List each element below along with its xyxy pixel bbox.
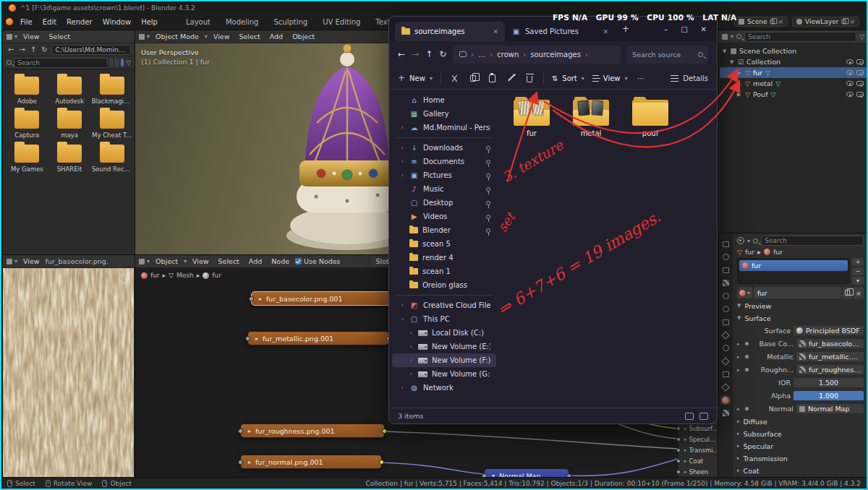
editor-type-icon[interactable] bbox=[139, 34, 145, 40]
filter-funnel-icon[interactable]: ▽ bbox=[859, 33, 864, 40]
row-object-metal[interactable]: ▶▽ metal ▽ bbox=[720, 78, 867, 89]
details-button[interactable]: Details bbox=[671, 74, 708, 82]
sidebar-item-creative-cloud[interactable]: ›◩Creative Cloud Files Personal Ac bbox=[392, 298, 496, 312]
sidebar-item-new-volume-f[interactable]: ›New Volume (F:) bbox=[392, 353, 496, 367]
close-window-icon[interactable]: ✕ bbox=[701, 25, 707, 33]
img-menu-view[interactable]: View bbox=[20, 257, 43, 265]
delete-icon[interactable] bbox=[524, 73, 535, 84]
tab-particles-icon[interactable] bbox=[720, 343, 731, 353]
fb-folder-my-games[interactable]: My Games bbox=[6, 145, 48, 173]
ior-slider[interactable]: 1.500 bbox=[793, 378, 864, 387]
fb-folder-blackmagic[interactable]: Blackmagic ... bbox=[90, 77, 133, 105]
image-editor[interactable]: ▾ View fur_basecolor.png. bbox=[3, 254, 135, 478]
remove-slot-button[interactable]: − bbox=[852, 267, 864, 275]
file-explorer-window[interactable]: sourceimages ✕ ▣ Saved Pictures ✕ + – □ … bbox=[388, 16, 718, 424]
row-scene-collection[interactable]: ▼ Scene Collection bbox=[720, 46, 867, 56]
up-icon[interactable]: ↑ bbox=[425, 49, 433, 59]
fb-folder-autodesk[interactable]: Autodesk bbox=[48, 77, 91, 105]
tab-viewlayer-icon[interactable] bbox=[720, 278, 731, 288]
folder-tile-fur[interactable]: fur bbox=[508, 97, 556, 137]
display-horizontal-list-icon[interactable] bbox=[115, 59, 118, 66]
address-bar[interactable]: › … › crown › sourceimages › bbox=[453, 46, 621, 64]
copy-icon[interactable] bbox=[468, 73, 479, 84]
outliner-search-input[interactable] bbox=[744, 32, 856, 42]
back-icon[interactable]: ← bbox=[7, 46, 15, 53]
new-scene-icon[interactable] bbox=[770, 20, 775, 24]
thumbnail-view-icon[interactable] bbox=[699, 413, 708, 420]
forward-icon[interactable]: → bbox=[412, 49, 419, 59]
row-collection[interactable]: ▼☑ Collection bbox=[720, 56, 867, 67]
tab-material-icon[interactable] bbox=[720, 395, 731, 405]
tab-uv-editing[interactable]: UV Editing bbox=[315, 16, 367, 28]
properties-icon[interactable] bbox=[737, 237, 744, 244]
crumb-crown[interactable]: crown bbox=[497, 51, 519, 59]
tab-scene-icon[interactable] bbox=[720, 291, 731, 301]
sidebar-item-render4[interactable]: render 4 bbox=[392, 251, 496, 265]
unlink-material-button[interactable]: × bbox=[854, 287, 864, 298]
tab-tool-icon[interactable] bbox=[720, 239, 731, 249]
add-slot-button[interactable]: + bbox=[852, 258, 864, 266]
crumb-ellipsis[interactable]: … bbox=[478, 51, 485, 59]
up-icon[interactable]: ↑ bbox=[29, 46, 38, 53]
row-object-pouf[interactable]: ▶▽ Pouf ▽ bbox=[720, 89, 867, 100]
paste-icon[interactable] bbox=[487, 73, 498, 84]
close-tab-icon[interactable]: ✕ bbox=[603, 28, 608, 35]
fb-menu-select[interactable]: Select bbox=[46, 33, 74, 40]
display-vertical-list-icon[interactable] bbox=[110, 59, 113, 66]
node-fur-basecolor[interactable]: ▸fur_basecolor.png.001 bbox=[251, 291, 393, 306]
eye-icon[interactable] bbox=[846, 92, 854, 97]
properties-search-input[interactable] bbox=[761, 236, 864, 246]
sidebar-item-desktop[interactable]: ▢Desktop bbox=[392, 196, 496, 210]
new-tab-icon[interactable]: + bbox=[615, 24, 637, 34]
sidebar-item-onedrive[interactable]: ›☁Md.Mominul - Personal bbox=[392, 121, 496, 134]
eye-icon[interactable] bbox=[846, 81, 854, 86]
sidebar-item-pictures[interactable]: ›▣Pictures bbox=[392, 168, 496, 182]
fb-folder-my-cheat[interactable]: My Cheat T... bbox=[90, 111, 133, 139]
image-name[interactable]: fur_basecolor.png. bbox=[46, 257, 131, 265]
diffuse-section-header[interactable]: ▸Diffuse bbox=[737, 416, 864, 426]
tab-sculpting[interactable]: Sculpting bbox=[266, 16, 315, 28]
display-thumbnails-icon[interactable] bbox=[121, 59, 124, 66]
rename-icon[interactable] bbox=[506, 73, 516, 84]
more-options-icon[interactable]: ⋯ bbox=[636, 73, 647, 84]
sidebar-item-gallery[interactable]: ▦Gallery bbox=[392, 107, 496, 121]
new-viewlayer-icon[interactable] bbox=[842, 20, 846, 24]
node-fur-normal[interactable]: ▸fur_normal.png.001 bbox=[240, 455, 382, 469]
back-icon[interactable]: ← bbox=[398, 49, 405, 59]
fb-menu-view[interactable]: View bbox=[20, 33, 43, 40]
sidebar-item-blender[interactable]: Blender bbox=[392, 223, 496, 237]
filter-funnel-icon[interactable]: ▽ bbox=[126, 59, 131, 66]
node-principled-bsdf[interactable]: ▸Subsurfa... ▸Specula... ▸Transmi... ▸Co… bbox=[678, 420, 718, 478]
close-tab-icon[interactable]: ✕ bbox=[493, 28, 498, 35]
expander-icon[interactable]: ▸ bbox=[737, 354, 742, 360]
browse-material-button[interactable]: ▾ bbox=[737, 287, 752, 298]
sidebar-item-music[interactable]: ♪Music bbox=[392, 182, 496, 196]
specular-section-header[interactable]: ▸Specular bbox=[737, 441, 864, 451]
tab-sourceimages[interactable]: sourceimages ✕ bbox=[395, 22, 505, 41]
vp-menu-select[interactable]: Select bbox=[235, 33, 263, 40]
tab-data-icon[interactable] bbox=[720, 382, 731, 392]
material-name-field[interactable]: fur bbox=[754, 287, 841, 298]
material-slot-fur[interactable]: fur bbox=[739, 260, 848, 271]
scene-selector[interactable]: Scene × bbox=[734, 17, 788, 27]
sidebar-item-new-volume-e[interactable]: ›New Volume (E:) bbox=[392, 340, 496, 353]
tab-modifiers-icon[interactable] bbox=[720, 330, 731, 340]
close-scene-icon[interactable]: × bbox=[778, 18, 783, 25]
maximize-icon[interactable]: □ bbox=[681, 25, 687, 33]
explorer-file-area[interactable]: fur metal pouf bbox=[499, 90, 717, 408]
surface-section-header[interactable]: ▼Surface bbox=[737, 313, 864, 323]
tab-layout[interactable]: Layout bbox=[179, 16, 218, 28]
eye-icon[interactable] bbox=[846, 70, 854, 75]
roughness-value-button[interactable]: fur_roughness.png.001 bbox=[796, 365, 864, 374]
eye-icon[interactable] bbox=[846, 59, 854, 64]
folder-tile-pouf[interactable]: pouf bbox=[626, 97, 674, 137]
expander-icon[interactable]: ▸ bbox=[737, 367, 742, 373]
coat-section-header[interactable]: ▸Coat bbox=[737, 465, 864, 476]
cut-icon[interactable] bbox=[449, 73, 460, 84]
transmission-section-header[interactable]: ▸Transmission bbox=[737, 453, 864, 463]
metallic-value-button[interactable]: fur_metallic.png.001 bbox=[796, 352, 864, 361]
tab-physics-icon[interactable] bbox=[720, 356, 731, 366]
menu-render[interactable]: Render bbox=[61, 17, 98, 27]
editor-type-icon[interactable] bbox=[722, 34, 728, 40]
camera-icon[interactable] bbox=[856, 92, 864, 97]
